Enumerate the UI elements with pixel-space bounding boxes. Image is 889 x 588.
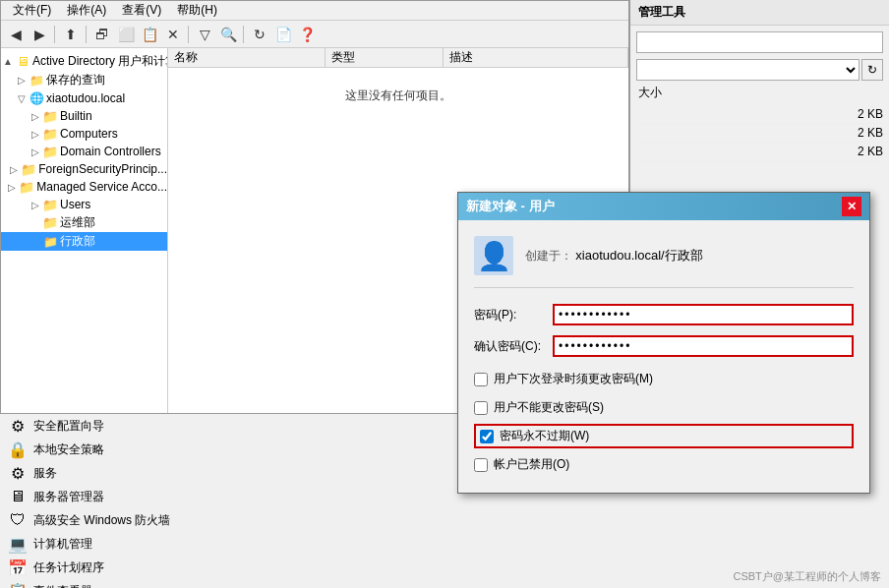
checkbox-row-0: 用户下次登录时须更改密码(M) [474, 367, 854, 391]
checkbox-row-2-highlighted: 密码永不过期(W) [474, 424, 854, 448]
checkbox-label-2: 密码永不过期(W) [500, 428, 589, 444]
dialog-avatar: 👤 [474, 236, 513, 275]
confirm-password-row: 确认密码(C): [474, 335, 854, 357]
checkbox-label-1: 用户不能更改密码(S) [494, 399, 604, 416]
created-by-label: 创建于： [525, 249, 572, 263]
password-label: 密码(P): [474, 307, 553, 323]
dialog-body: 👤 创建于： xiaotudou.local/行政部 密码(P): 确认密码(C… [458, 220, 869, 493]
checkbox-0[interactable] [474, 373, 488, 386]
checkbox-row-3: 帐户已禁用(O) [474, 452, 854, 477]
checkbox-row-1: 用户不能更改密码(S) [474, 395, 854, 420]
new-user-dialog: 新建对象 - 用户 ✕ 👤 创建于： xiaotudou.local/行政部 密… [457, 192, 870, 494]
dialog-checkboxes: 用户下次登录时须更改密码(M) 用户不能更改密码(S) 密码永不过期(W) 帐户… [474, 367, 854, 477]
checkbox-3[interactable] [474, 458, 488, 472]
dialog-title: 新建对象 - 用户 [466, 198, 842, 215]
dialog-titlebar: 新建对象 - 用户 ✕ [458, 193, 869, 220]
password-input[interactable] [553, 304, 854, 325]
dialog-overlay: 新建对象 - 用户 ✕ 👤 创建于： xiaotudou.local/行政部 密… [0, 0, 889, 588]
watermark: CSBT户@某工程师的个人博客 [733, 569, 881, 584]
checkbox-label-0: 用户下次登录时须更改密码(M) [494, 371, 653, 387]
dialog-info-row: 👤 创建于： xiaotudou.local/行政部 [474, 236, 854, 288]
checkbox-label-3: 帐户已禁用(O) [494, 456, 569, 473]
dialog-close-button[interactable]: ✕ [842, 197, 861, 216]
password-row: 密码(P): [474, 304, 854, 325]
checkbox-2[interactable] [480, 430, 494, 443]
checkbox-1[interactable] [474, 401, 488, 415]
created-by-value: xiaotudou.local/行政部 [575, 248, 702, 263]
confirm-label: 确认密码(C): [474, 338, 553, 355]
confirm-password-input[interactable] [553, 335, 854, 357]
dialog-info-text: 创建于： xiaotudou.local/行政部 [525, 247, 703, 265]
